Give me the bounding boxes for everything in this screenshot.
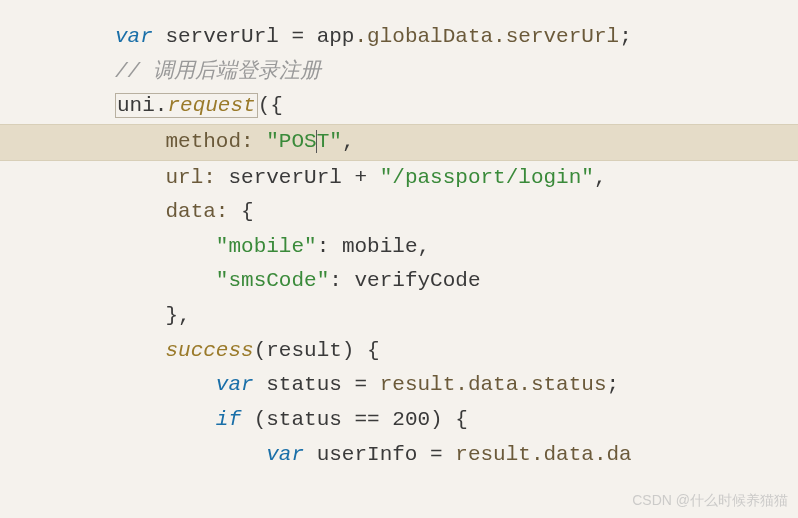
- code-line: var userInfo = result.data.da: [115, 438, 798, 473]
- code-line: url: serverUrl + "/passport/login",: [115, 161, 798, 196]
- code-line: success(result) {: [115, 334, 798, 369]
- code-line: },: [115, 299, 798, 334]
- keyword-var: var: [266, 443, 304, 466]
- code-line-comment: // 调用后端登录注册: [115, 55, 798, 90]
- code-line: uni.request({: [115, 89, 798, 124]
- code-line: var serverUrl = app.globalData.serverUrl…: [115, 20, 798, 55]
- code-line: if (status == 200) {: [115, 403, 798, 438]
- code-line: data: {: [115, 195, 798, 230]
- keyword-if: if: [216, 408, 241, 431]
- code-editor: var serverUrl = app.globalData.serverUrl…: [0, 0, 798, 472]
- watermark-text: CSDN @什么时候养猫猫: [632, 489, 788, 512]
- code-line-active: method: "POST",: [0, 124, 798, 161]
- code-line: "mobile": mobile,: [115, 230, 798, 265]
- code-line: var status = result.data.status;: [115, 368, 798, 403]
- code-line: "smsCode": verifyCode: [115, 264, 798, 299]
- keyword-var: var: [216, 373, 254, 396]
- selection-box: uni.request: [115, 93, 258, 118]
- keyword-var: var: [115, 25, 153, 48]
